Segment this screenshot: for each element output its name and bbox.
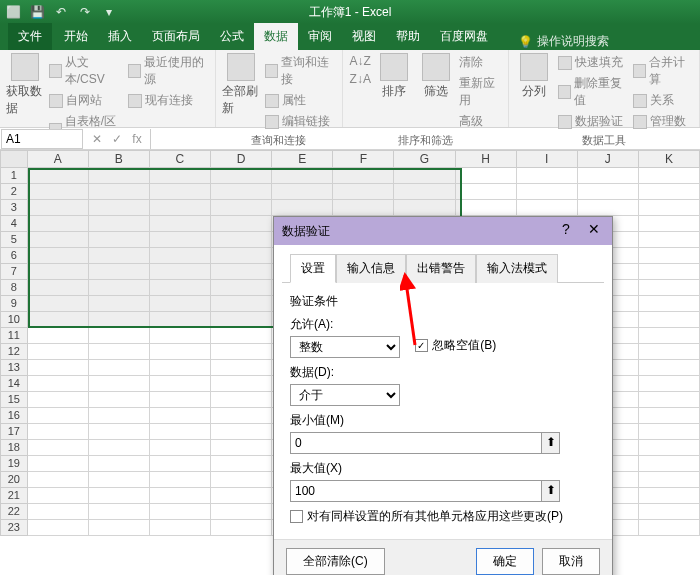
cell[interactable]: [28, 216, 89, 232]
tab-review[interactable]: 审阅: [298, 23, 342, 50]
select-all-corner[interactable]: [0, 150, 28, 168]
row-header[interactable]: 19: [0, 456, 28, 472]
cell[interactable]: [150, 472, 211, 488]
cell[interactable]: [89, 200, 150, 216]
cell[interactable]: [150, 328, 211, 344]
cell[interactable]: [28, 280, 89, 296]
cell[interactable]: [28, 168, 89, 184]
from-csv-button[interactable]: 从文本/CSV: [48, 53, 123, 89]
dialog-help-button[interactable]: ?: [556, 221, 576, 241]
cell[interactable]: [89, 312, 150, 328]
cell[interactable]: [639, 456, 700, 472]
cell[interactable]: [150, 184, 211, 200]
col-header[interactable]: K: [639, 150, 700, 168]
cell[interactable]: [150, 488, 211, 504]
cell[interactable]: [89, 328, 150, 344]
cell[interactable]: [28, 440, 89, 456]
cell[interactable]: [28, 248, 89, 264]
tab-view[interactable]: 视图: [342, 23, 386, 50]
refresh-all-button[interactable]: 全部刷新: [222, 53, 260, 117]
min-input[interactable]: [290, 432, 542, 454]
cell[interactable]: [28, 200, 89, 216]
cell[interactable]: [639, 488, 700, 504]
cell[interactable]: [639, 184, 700, 200]
cell[interactable]: [150, 504, 211, 520]
cell[interactable]: [639, 472, 700, 488]
cell[interactable]: [211, 328, 272, 344]
name-box[interactable]: [1, 129, 83, 149]
row-header[interactable]: 23: [0, 520, 28, 536]
tell-me-search[interactable]: 💡 操作说明搜索: [518, 33, 609, 50]
dialog-titlebar[interactable]: 数据验证 ? ✕: [274, 217, 612, 245]
cell[interactable]: [211, 520, 272, 536]
ignore-blank-checkbox[interactable]: [415, 339, 428, 352]
cell[interactable]: [28, 360, 89, 376]
row-header[interactable]: 11: [0, 328, 28, 344]
allow-select[interactable]: 整数: [290, 336, 400, 358]
cell[interactable]: [150, 296, 211, 312]
cell[interactable]: [89, 232, 150, 248]
row-header[interactable]: 21: [0, 488, 28, 504]
row-header[interactable]: 17: [0, 424, 28, 440]
relationships-button[interactable]: 关系: [632, 91, 693, 110]
cell[interactable]: [89, 248, 150, 264]
cell[interactable]: [28, 328, 89, 344]
cell[interactable]: [89, 504, 150, 520]
existing-conn-button[interactable]: 现有连接: [127, 91, 209, 110]
row-header[interactable]: 7: [0, 264, 28, 280]
row-header[interactable]: 10: [0, 312, 28, 328]
col-header[interactable]: D: [211, 150, 272, 168]
row-header[interactable]: 2: [0, 184, 28, 200]
cell[interactable]: [211, 360, 272, 376]
cell[interactable]: [89, 456, 150, 472]
dialog-tab-input[interactable]: 输入信息: [336, 254, 406, 283]
tab-help[interactable]: 帮助: [386, 23, 430, 50]
max-input[interactable]: [290, 480, 542, 502]
row-header[interactable]: 15: [0, 392, 28, 408]
col-header[interactable]: I: [517, 150, 578, 168]
cell[interactable]: [150, 424, 211, 440]
cell[interactable]: [272, 184, 333, 200]
cell[interactable]: [150, 200, 211, 216]
row-header[interactable]: 20: [0, 472, 28, 488]
col-header[interactable]: A: [28, 150, 89, 168]
consolidate-button[interactable]: 合并计算: [632, 53, 693, 89]
cell[interactable]: [211, 392, 272, 408]
cell[interactable]: [333, 200, 394, 216]
cell[interactable]: [639, 216, 700, 232]
col-header[interactable]: F: [333, 150, 394, 168]
cell[interactable]: [150, 216, 211, 232]
cell[interactable]: [639, 440, 700, 456]
cell[interactable]: [517, 200, 578, 216]
row-header[interactable]: 13: [0, 360, 28, 376]
cell[interactable]: [150, 456, 211, 472]
row-header[interactable]: 22: [0, 504, 28, 520]
cell[interactable]: [211, 280, 272, 296]
cell[interactable]: [639, 200, 700, 216]
queries-conn-button[interactable]: 查询和连接: [264, 53, 335, 89]
cell[interactable]: [639, 408, 700, 424]
dialog-close-button[interactable]: ✕: [584, 221, 604, 241]
cell[interactable]: [28, 520, 89, 536]
sort-asc-button[interactable]: A↓Z: [349, 53, 372, 69]
cell[interactable]: [272, 200, 333, 216]
cell[interactable]: [89, 488, 150, 504]
row-header[interactable]: 5: [0, 232, 28, 248]
cell[interactable]: [639, 312, 700, 328]
cell[interactable]: [578, 200, 639, 216]
cell[interactable]: [272, 168, 333, 184]
col-header[interactable]: E: [272, 150, 333, 168]
cell[interactable]: [639, 392, 700, 408]
cell[interactable]: [394, 184, 455, 200]
row-header[interactable]: 6: [0, 248, 28, 264]
cell[interactable]: [28, 376, 89, 392]
tab-home[interactable]: 开始: [54, 23, 98, 50]
cell[interactable]: [150, 440, 211, 456]
cell[interactable]: [211, 408, 272, 424]
cell[interactable]: [639, 424, 700, 440]
max-range-picker-icon[interactable]: ⬆: [542, 480, 560, 502]
dialog-tab-ime[interactable]: 输入法模式: [476, 254, 558, 283]
cell[interactable]: [211, 168, 272, 184]
cell[interactable]: [578, 184, 639, 200]
row-header[interactable]: 1: [0, 168, 28, 184]
